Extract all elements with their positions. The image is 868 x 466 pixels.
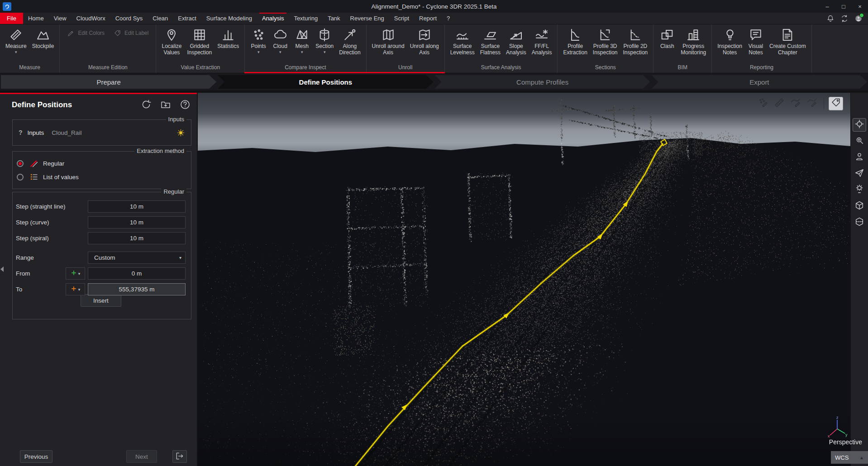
ribbon-button-unroll-around-axis[interactable]: Unroll around Axis xyxy=(370,26,407,57)
from-point-picker[interactable]: ▾ xyxy=(66,267,85,280)
ribbon-button-edit-colors[interactable]: Edit Colors xyxy=(63,27,109,39)
to-point-picker[interactable]: ▾ xyxy=(66,283,85,295)
recover-button[interactable] xyxy=(159,99,172,112)
reset-button[interactable] xyxy=(140,99,153,112)
field-range-select[interactable]: Custom▾ xyxy=(88,252,186,264)
view-cube-button[interactable] xyxy=(853,200,866,213)
menu-tab-file[interactable]: File xyxy=(0,13,23,24)
workflow-step-prepare[interactable]: Prepare xyxy=(1,75,216,89)
menu-tab-extract[interactable]: Extract xyxy=(173,13,201,24)
panel-header-icons xyxy=(140,99,191,112)
sync-icon[interactable] xyxy=(840,14,849,23)
ribbon-button-surface-flatness[interactable]: Surface Flatness xyxy=(478,26,503,57)
zoom-selection-button[interactable] xyxy=(853,134,866,148)
menu-tab-reverse-eng[interactable]: Reverse Eng xyxy=(345,13,389,24)
help-button[interactable] xyxy=(179,99,191,112)
first-person-view-button[interactable] xyxy=(853,151,866,164)
regular-step-icon xyxy=(29,159,38,168)
notifications-icon[interactable] xyxy=(826,14,835,23)
exit-icon xyxy=(175,452,184,462)
field-value: 10 m xyxy=(130,219,143,226)
panel-collapse-handle[interactable] xyxy=(0,266,4,272)
ribbon-button-edit-label[interactable]: Edit Label xyxy=(110,27,153,39)
ribbon-button-clash[interactable]: Clash xyxy=(657,26,677,51)
field-to-input[interactable]: 555,37935 m xyxy=(88,283,186,295)
menu-tab-coord-sys[interactable]: Coord Sys xyxy=(110,13,148,24)
ribbon-button-section[interactable]: Section▾ xyxy=(313,26,336,55)
ribbon-button-label: Profile Extraction xyxy=(563,43,587,56)
insert-button[interactable]: Insert xyxy=(81,294,121,307)
ribbon-button-profile-2d-inspection[interactable]: Profile 2D Inspection xyxy=(621,26,650,57)
field-step-spiral-input[interactable]: 10 m xyxy=(88,232,186,244)
field-value: 0 m xyxy=(132,270,142,277)
ribbon-button-ff-fl-analysis[interactable]: FF/FL Analysis xyxy=(529,26,554,57)
measure-points-button[interactable] xyxy=(756,97,770,110)
ribbon-group-label: BIM xyxy=(657,63,708,73)
extraction-option-regular[interactable]: Regular xyxy=(17,158,187,169)
wcs-selector[interactable]: WCS ▲ xyxy=(831,451,868,464)
ribbon-button-slope-analysis[interactable]: Slope Analysis xyxy=(504,26,529,57)
menu-tab-home[interactable]: Home xyxy=(23,13,49,24)
ribbon-button-profile-3d-inspection[interactable]: Profile 3D Inspection xyxy=(591,26,620,57)
ribbon-button-stockpile[interactable]: Stockpile xyxy=(30,26,57,51)
ribbon-button-gridded-inspection[interactable]: Gridded Inspection xyxy=(185,26,214,57)
inspect-section-button[interactable] xyxy=(805,97,819,110)
inputs-row[interactable]: ? Inputs Cloud_Rail xyxy=(13,120,191,145)
menu-tab-surface-modeling[interactable]: Surface Modeling xyxy=(201,13,257,24)
menu-tab-clean[interactable]: Clean xyxy=(148,13,173,24)
ribbon-button-profile-extraction[interactable]: Profile Extraction xyxy=(561,26,589,57)
ribbon-button-localize-values[interactable]: Localize Values xyxy=(159,26,184,57)
account-icon[interactable] xyxy=(854,14,863,23)
field-from-input[interactable]: 0 m xyxy=(88,267,186,280)
maximize-button[interactable]: □ xyxy=(835,0,852,13)
fly-mode-button[interactable] xyxy=(853,167,866,181)
menu-tab-report[interactable]: Report xyxy=(414,13,442,24)
ribbon-button-inspection-notes[interactable]: Inspection Notes xyxy=(715,26,744,57)
field-step-curve-input[interactable]: 10 m xyxy=(88,216,186,228)
radio-regular[interactable] xyxy=(17,160,24,167)
field-label-from: From xyxy=(16,267,30,280)
close-button[interactable]: × xyxy=(852,0,868,13)
clipping-box-button[interactable] xyxy=(853,216,866,229)
ribbon-button-surface-levelness[interactable]: Surface Levelness xyxy=(448,26,477,57)
field-step-straight-line-input[interactable]: 10 m xyxy=(88,200,186,213)
menu-tab-help[interactable]: ? xyxy=(442,13,455,24)
picker-caret-icon: ▾ xyxy=(78,287,81,292)
ribbon-button-create-custom-chapter[interactable]: Create Custom Chapter xyxy=(767,26,808,57)
ribbon-button-measure[interactable]: Measure▾ xyxy=(3,26,29,55)
menu-tab-tank[interactable]: Tank xyxy=(323,13,345,24)
ribbon-button-visual-notes[interactable]: Visual Notes xyxy=(745,26,766,57)
visibility-sun-icon[interactable] xyxy=(176,128,185,137)
workflow-step-compute-profiles[interactable]: Compute Profiles xyxy=(435,75,650,89)
exit-workflow-button[interactable] xyxy=(172,450,187,463)
radio-list-of-values[interactable] xyxy=(17,174,24,181)
inspect-surface-button[interactable] xyxy=(788,97,803,110)
workflow-step-define-positions[interactable]: Define Positions xyxy=(218,75,433,89)
extraction-option-list-of-values[interactable]: List of values xyxy=(17,171,187,182)
minimize-button[interactable]: – xyxy=(819,0,835,13)
viewport-3d[interactable]: z x y xyxy=(198,93,850,466)
ribbon-button-statistics[interactable]: Statistics xyxy=(215,26,241,51)
menu-tab-script[interactable]: Script xyxy=(389,13,414,24)
ribbon-button-cloud[interactable]: Cloud▾ xyxy=(270,26,291,55)
point-cloud-render[interactable] xyxy=(198,93,850,466)
orbit-view-button[interactable] xyxy=(853,118,866,132)
ribbon-button-along-direction[interactable]: Along Direction xyxy=(337,26,362,57)
ribbon-group-label: Measure xyxy=(3,63,56,73)
lighting-button[interactable] xyxy=(853,183,866,197)
ribbon-button-mesh[interactable]: Mesh▾ xyxy=(291,26,312,55)
measure-ruler-button[interactable] xyxy=(772,97,787,110)
ribbon-button-label: Cloud xyxy=(273,43,287,50)
inputs-value[interactable]: Cloud_Rail xyxy=(52,129,81,136)
ribbon-button-unroll-along-axis[interactable]: Unroll along Axis xyxy=(408,26,441,57)
ribbon-button-points[interactable]: Points▾ xyxy=(248,26,269,55)
menu-tab-cloudworx[interactable]: CloudWorx xyxy=(72,13,110,24)
label-tool-button[interactable] xyxy=(829,97,843,110)
ribbon-button-progress-monitoring[interactable]: Progress Monitoring xyxy=(678,26,708,57)
menu-tab-analysis[interactable]: Analysis xyxy=(257,13,289,24)
next-button[interactable]: Next xyxy=(126,450,157,463)
menu-tab-view[interactable]: View xyxy=(49,13,72,24)
menu-tab-texturing[interactable]: Texturing xyxy=(289,13,323,24)
workflow-step-export[interactable]: Export xyxy=(652,75,867,89)
previous-button[interactable]: Previous xyxy=(20,450,52,463)
